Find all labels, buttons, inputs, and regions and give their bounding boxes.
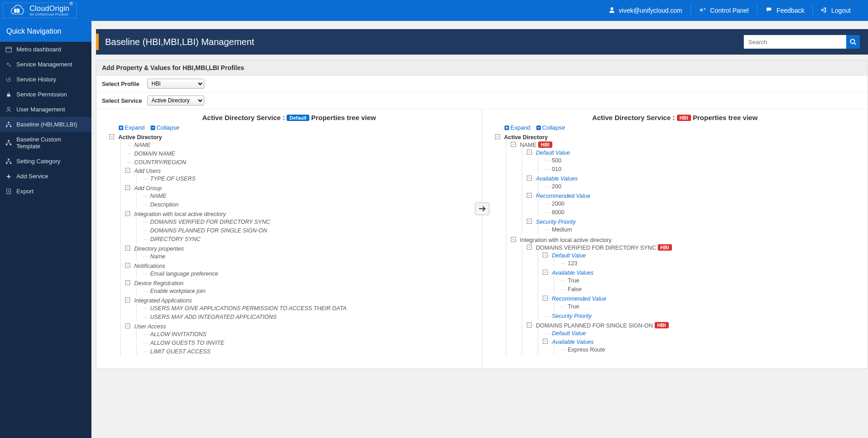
tree-node[interactable]: 123: [561, 259, 859, 267]
tree-node[interactable]: Default Value: [545, 329, 859, 337]
tree-node[interactable]: NAME: [144, 191, 474, 200]
collapse-toggle[interactable]: −: [125, 280, 130, 285]
tree-node[interactable]: 8000: [545, 208, 859, 216]
collapse-toggle[interactable]: −: [125, 211, 130, 216]
control-panel-link[interactable]: Control Panel: [691, 0, 757, 21]
tree-node[interactable]: USERS MAY ADD INTEGRATED APPLICATIONS: [144, 312, 474, 321]
tree-node[interactable]: Medium: [545, 225, 859, 234]
tree-node[interactable]: −Device Registration Enable workplace jo…: [128, 279, 474, 296]
expand-link[interactable]: Expand: [504, 124, 530, 131]
collapse-toggle[interactable]: −: [527, 322, 532, 327]
sidebar-item-history[interactable]: Service History: [0, 72, 91, 87]
tree-node[interactable]: DOMAINS PLANNED FOR SINGLE SIGN-ON: [144, 226, 474, 235]
tree-node[interactable]: False: [561, 285, 859, 293]
sidebar-item-service-mgmt[interactable]: Service Management: [0, 57, 91, 72]
transfer-arrow-button[interactable]: [475, 202, 490, 215]
tree-node[interactable]: −Available Values Express Route: [545, 337, 859, 355]
profile-select[interactable]: HBI: [147, 79, 204, 89]
collapse-toggle[interactable]: −: [543, 339, 548, 344]
brand-logo[interactable]: CloudOrigin® An UnifyCloud Product: [3, 3, 77, 18]
tree-node[interactable]: LIMIT GUEST ACCESS: [144, 347, 474, 356]
tree-node[interactable]: TYPE OF USERS: [144, 174, 474, 183]
collapse-toggle[interactable]: −: [109, 134, 114, 139]
feedback-link[interactable]: Feedback: [757, 0, 812, 21]
sidebar-item-add-service[interactable]: Add Service: [0, 169, 91, 184]
tree-node[interactable]: −Notifications Email language preference: [128, 262, 474, 279]
tree-node[interactable]: −DOMAINS VERIFIED FOR DIRECTORY SYNC HBI…: [530, 243, 859, 321]
tree-node[interactable]: Name: [144, 252, 474, 261]
tree-node[interactable]: −Default Value 500 010: [530, 148, 859, 174]
tree-node[interactable]: DIRECTORY SYNC: [144, 235, 474, 243]
collapse-link[interactable]: Collapse: [536, 124, 565, 131]
user-menu[interactable]: vivek@unifycloud.com: [601, 0, 691, 21]
tree-node[interactable]: ALLOW GUESTS TO INVITE: [144, 338, 474, 347]
sidebar-item-baseline-custom[interactable]: Baseline Custom Template: [0, 132, 91, 154]
tree-node[interactable]: ALLOW INVITATIONS: [144, 330, 474, 338]
logout-link[interactable]: Logout: [813, 0, 859, 21]
sidebar-item-baseline[interactable]: Baseline (HBI,MBI,LBI): [0, 117, 91, 132]
tree-node[interactable]: −Integration with local active directory…: [514, 236, 859, 357]
expand-link[interactable]: Expand: [118, 124, 145, 131]
tree-node[interactable]: −Active Directory NAME DOMAIN NAME COUNT…: [112, 133, 474, 357]
tree-node[interactable]: 500: [545, 156, 859, 165]
tree-node[interactable]: −Add Group NAME Description: [128, 184, 474, 210]
tree-node[interactable]: Enable workplace join: [144, 287, 474, 295]
tree-node[interactable]: −Recommended Value 2000 8000: [530, 191, 859, 217]
collapse-toggle[interactable]: −: [125, 246, 130, 251]
tree-node[interactable]: USERS MAY GIVE APPLICATIONS PERMISSION T…: [144, 304, 474, 312]
tree-node[interactable]: DOMAINS VERIFIED FOR DIRECTORY SYNC: [144, 217, 474, 226]
tree-node[interactable]: 2000: [545, 199, 859, 208]
tree-node[interactable]: Description: [144, 200, 474, 209]
collapse-link[interactable]: Collapse: [150, 124, 180, 131]
tree-node[interactable]: −Directory properties Name: [128, 244, 474, 262]
tree-node[interactable]: 010: [545, 165, 859, 173]
search-button[interactable]: [846, 35, 860, 49]
collapse-toggle[interactable]: −: [527, 245, 532, 250]
tree-node[interactable]: −NAME HBI −Default Value 500 010: [514, 141, 859, 236]
sidebar-item-export[interactable]: Export: [0, 184, 91, 199]
collapse-toggle[interactable]: −: [125, 185, 130, 190]
tree-node[interactable]: −Integrated Applications USERS MAY GIVE …: [128, 296, 474, 322]
tree-node[interactable]: Email language preference: [144, 269, 474, 278]
tree-node[interactable]: −Active Directory −NAME HBI −Default Val…: [498, 133, 859, 357]
tree-node[interactable]: −DOMAINS PLANNED FOR SINGLE SIGN-ON HBI …: [530, 321, 859, 356]
tree-node[interactable]: −User Access ALLOW INVITATIONS ALLOW GUE…: [128, 322, 474, 357]
collapse-toggle[interactable]: −: [495, 134, 500, 139]
tree-node[interactable]: Security Priority: [545, 312, 859, 320]
tree-node[interactable]: −Add Users TYPE OF USERS: [128, 166, 474, 184]
service-select[interactable]: Active Directory: [147, 96, 204, 106]
sidebar-item-metro[interactable]: Metro dashboard: [0, 42, 91, 57]
tree-node[interactable]: −Recommended Value True: [545, 294, 859, 312]
tree-node[interactable]: −Available Values 200: [530, 174, 859, 191]
collapse-toggle[interactable]: −: [527, 219, 532, 224]
collapse-toggle[interactable]: −: [125, 168, 130, 173]
collapse-toggle[interactable]: −: [527, 150, 532, 155]
tree-node[interactable]: COUNTRY/REGION: [128, 158, 474, 166]
tree-node[interactable]: −Default Value 123: [545, 251, 859, 268]
sidebar-item-permission[interactable]: Service Permission: [0, 87, 91, 102]
tree-node[interactable]: DOMAIN NAME: [128, 149, 474, 158]
sidebar-item-user-mgmt[interactable]: User Management: [0, 102, 91, 117]
sidebar-item-setting-category[interactable]: Setting Category: [0, 154, 91, 169]
collapse-toggle[interactable]: −: [543, 252, 548, 257]
collapse-toggle[interactable]: −: [543, 270, 548, 275]
tree-node[interactable]: −Security Priority Medium: [530, 217, 859, 235]
svg-point-3: [704, 8, 705, 9]
collapse-toggle[interactable]: −: [125, 323, 130, 328]
tree-node[interactable]: True: [561, 302, 859, 311]
collapse-toggle[interactable]: −: [511, 142, 516, 147]
tree-node[interactable]: Express Route: [561, 345, 859, 354]
collapse-toggle[interactable]: −: [527, 176, 532, 181]
collapse-toggle[interactable]: −: [125, 263, 130, 268]
collapse-toggle[interactable]: −: [125, 297, 130, 302]
collapse-toggle[interactable]: −: [543, 296, 548, 301]
search-input[interactable]: [744, 35, 846, 49]
collapse-toggle[interactable]: −: [527, 193, 532, 198]
tree-node[interactable]: True: [561, 276, 859, 285]
tree-node[interactable]: −Available Values True False: [545, 268, 859, 294]
collapse-toggle[interactable]: −: [511, 237, 516, 242]
tree-node[interactable]: NAME: [128, 141, 474, 149]
sidebar-item-label: Baseline (HBI,MBI,LBI): [16, 121, 77, 128]
tree-node[interactable]: −Integration with local active directory…: [128, 210, 474, 244]
tree-node[interactable]: 200: [545, 182, 859, 191]
